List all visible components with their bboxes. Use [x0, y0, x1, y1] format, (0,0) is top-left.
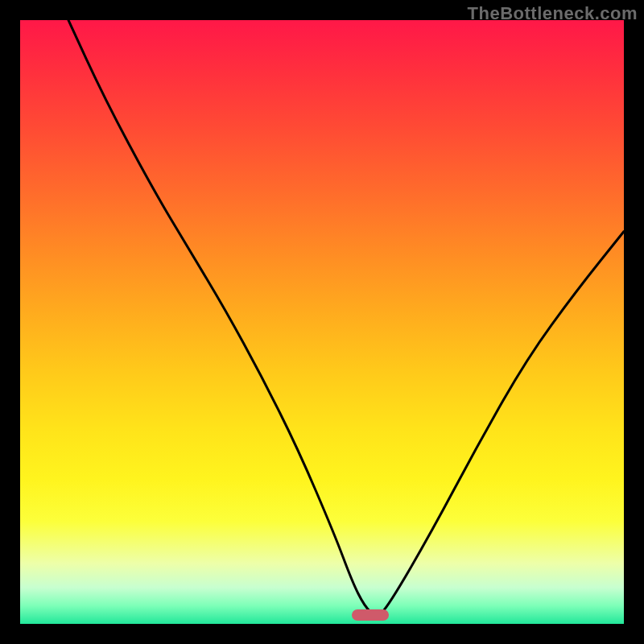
optimum-marker — [352, 609, 389, 621]
bottleneck-curve — [20, 20, 624, 624]
plot-area — [20, 20, 624, 624]
curve-path — [68, 20, 624, 615]
chart-frame: TheBottleneck.com — [0, 0, 644, 644]
watermark-text: TheBottleneck.com — [468, 3, 638, 24]
